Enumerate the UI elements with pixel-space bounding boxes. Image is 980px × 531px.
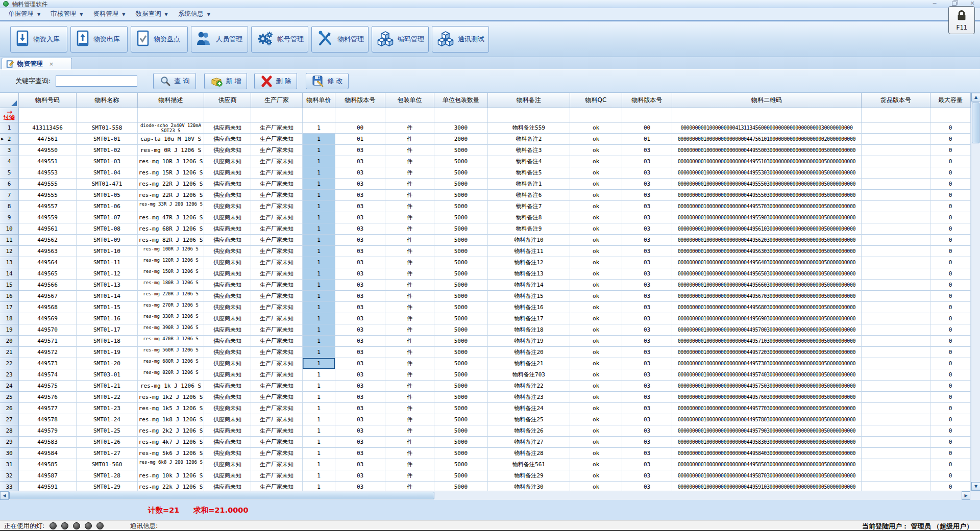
cell-物料版本号[interactable]: 03 [622, 212, 672, 223]
cell-生产厂家[interactable]: 生产厂家未知 [251, 448, 303, 459]
cell-物料QC[interactable]: ok [570, 414, 622, 425]
cell-单位包装数量[interactable]: 5000 [434, 347, 488, 358]
cell-物料QC[interactable]: ok [570, 291, 622, 302]
cell-货品版本号[interactable] [862, 156, 930, 167]
cell-物料名称[interactable]: SMT01-24 [77, 414, 138, 425]
select-all-triangle-icon[interactable] [11, 100, 17, 106]
toolbar-button-1[interactable]: 物资入库 [10, 26, 67, 53]
row-number-cell[interactable]: 9 [0, 212, 19, 223]
filter-cell-11[interactable] [570, 108, 622, 122]
cell-物料名称[interactable]: SMT03-01 [77, 369, 138, 381]
cell-物料描述[interactable]: res-mg 100R J 1206 S [138, 246, 204, 257]
cell-包装单位[interactable]: 件 [385, 280, 434, 291]
cell-供应商[interactable]: 供应商未知 [204, 257, 251, 268]
cell-单位包装数量[interactable]: 5000 [434, 437, 488, 448]
cell-物料号码[interactable]: 449577 [19, 403, 77, 414]
cell-包装单位[interactable]: 件 [385, 246, 434, 257]
cell-货品版本号[interactable] [862, 437, 930, 448]
filter-cell-10[interactable] [488, 108, 570, 122]
cell-货品版本号[interactable] [862, 223, 930, 235]
cell-包装单位[interactable]: 件 [385, 302, 434, 313]
column-header-14[interactable]: 货品版本号 [862, 93, 930, 108]
column-header-6[interactable]: 物料单价 [303, 93, 335, 108]
cell-单位包装数量[interactable]: 5000 [434, 414, 488, 425]
column-header-2[interactable]: 物料名称 [77, 93, 138, 108]
cell-物料备注[interactable]: 物料备注2 [488, 134, 570, 145]
cell-物料备注[interactable]: 物料备注11 [488, 246, 570, 257]
cell-物料QC[interactable]: ok [570, 358, 622, 369]
cell-物料号码[interactable]: 449564 [19, 257, 77, 268]
cell-物料备注[interactable]: 物料备注7 [488, 201, 570, 212]
cell-货品版本号[interactable] [862, 145, 930, 156]
cell-物料版本号[interactable]: 03 [335, 482, 385, 491]
cell-生产厂家[interactable]: 生产厂家未知 [251, 459, 303, 470]
cell-物料号码[interactable]: 449557 [19, 201, 77, 212]
row-number-cell[interactable]: 21 [0, 347, 19, 358]
cell-物料二维码[interactable]: 0000000001000000000000004495740300000000… [672, 369, 862, 381]
cell-供应商[interactable]: 供应商未知 [204, 122, 251, 134]
cell-物料描述[interactable]: res-mg 270R J 1206 S [138, 302, 204, 313]
cell-单位包装数量[interactable]: 5000 [434, 235, 488, 246]
cell-物料备注[interactable]: 物料备注4 [488, 156, 570, 167]
cell-单位包装数量[interactable]: 5000 [434, 179, 488, 190]
cell-物料号码[interactable]: 449565 [19, 268, 77, 280]
cell-物料名称[interactable]: SMT01-29 [77, 482, 138, 491]
cell-物料版本号[interactable]: 03 [622, 291, 672, 302]
cell-物料描述[interactable]: res-mg 470R J 1206 S [138, 336, 204, 347]
row-number-cell[interactable]: 20 [0, 336, 19, 347]
cell-货品版本号[interactable] [862, 122, 930, 134]
cell-最大容量[interactable]: 0 [930, 358, 971, 369]
cell-物料二维码[interactable]: 0000000001000000000000004495780300000000… [672, 414, 862, 425]
cell-物料备注[interactable]: 物料备注1 [488, 179, 570, 190]
cell-最大容量[interactable]: 0 [930, 134, 971, 145]
cell-物料二维码[interactable]: 0000000001000000000000004495840300000000… [672, 448, 862, 459]
cell-物料版本号[interactable]: 03 [335, 313, 385, 324]
cell-物料描述[interactable]: res-mg 1k5 J 1206 S [138, 403, 204, 414]
cell-包装单位[interactable]: 件 [385, 313, 434, 324]
cell-物料版本号[interactable]: 03 [335, 212, 385, 223]
cell-物料备注[interactable]: 物料备注27 [488, 437, 570, 448]
cell-物料名称[interactable]: SMT01-21 [77, 381, 138, 392]
row-number-cell[interactable]: 25 [0, 392, 19, 403]
cell-单位包装数量[interactable]: 5000 [434, 482, 488, 491]
cell-物料单价[interactable]: 1 [303, 336, 335, 347]
cell-供应商[interactable]: 供应商未知 [204, 145, 251, 156]
cell-物料单价[interactable]: 1 [303, 369, 335, 381]
cell-物料QC[interactable]: ok [570, 268, 622, 280]
cell-物料名称[interactable]: SMT01-17 [77, 324, 138, 336]
cell-物料单价[interactable]: 1 [303, 302, 335, 313]
cell-物料单价[interactable]: 1 [303, 201, 335, 212]
cell-物料描述[interactable]: res-mg 150R J 1206 S [138, 268, 204, 280]
cell-物料备注[interactable]: 物料备注26 [488, 425, 570, 437]
cell-物料QC[interactable]: ok [570, 257, 622, 268]
cell-物料名称[interactable]: SMT01-01 [77, 134, 138, 145]
cell-物料版本号[interactable]: 03 [622, 190, 672, 201]
cell-供应商[interactable]: 供应商未知 [204, 190, 251, 201]
cell-供应商[interactable]: 供应商未知 [204, 268, 251, 280]
scroll-up-arrow-icon[interactable]: ▲ [971, 93, 980, 102]
cell-物料单价[interactable]: 1 [303, 313, 335, 324]
cell-最大容量[interactable]: 0 [930, 179, 971, 190]
cell-生产厂家[interactable]: 生产厂家未知 [251, 403, 303, 414]
row-number-cell[interactable]: 26 [0, 403, 19, 414]
cell-单位包装数量[interactable]: 5000 [434, 459, 488, 470]
cell-生产厂家[interactable]: 生产厂家未知 [251, 122, 303, 134]
cell-物料描述[interactable]: res-mg 2k2 J 1206 S [138, 425, 204, 437]
row-number-cell[interactable]: 8 [0, 201, 19, 212]
cell-生产厂家[interactable]: 生产厂家未知 [251, 223, 303, 235]
cell-物料描述[interactable]: res-mg 330R J 1206 S [138, 313, 204, 324]
cell-物料名称[interactable]: SMT01-09 [77, 235, 138, 246]
cell-物料二维码[interactable]: 0000000001000000000000004475610100000000… [672, 134, 862, 145]
cell-供应商[interactable]: 供应商未知 [204, 134, 251, 145]
cell-供应商[interactable]: 供应商未知 [204, 369, 251, 381]
cell-物料版本号[interactable]: 03 [335, 291, 385, 302]
cell-物料版本号[interactable]: 03 [335, 201, 385, 212]
cell-物料二维码[interactable]: 0000000001000000000000004495590300000000… [672, 212, 862, 223]
cell-包装单位[interactable]: 件 [385, 235, 434, 246]
cell-单位包装数量[interactable]: 5000 [434, 324, 488, 336]
cell-物料单价[interactable]: 1 [303, 280, 335, 291]
cell-物料版本号[interactable]: 03 [622, 235, 672, 246]
cell-物料描述[interactable]: diode-scho 2x40V 120mA SOT23 S [138, 122, 204, 134]
cell-物料号码[interactable]: 449568 [19, 302, 77, 313]
cell-物料描述[interactable]: res-mg 22k J 1206 S [138, 482, 204, 491]
